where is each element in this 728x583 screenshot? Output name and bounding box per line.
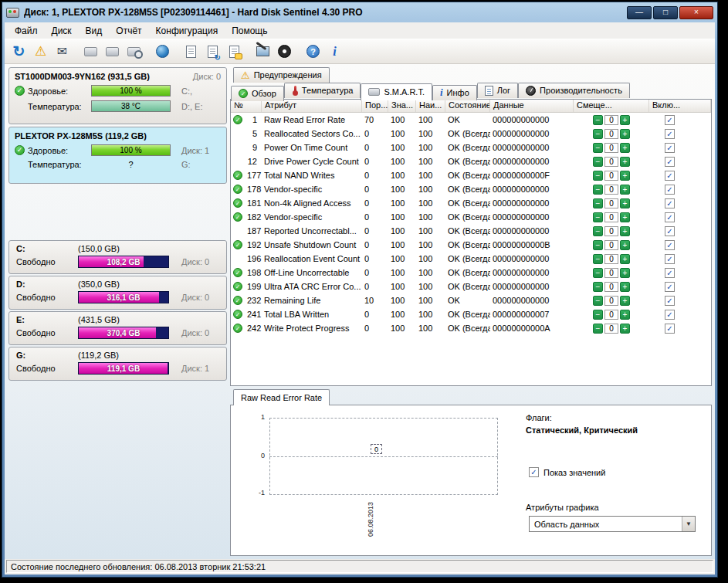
- offset-increase-button[interactable]: +: [620, 157, 630, 167]
- smart-row[interactable]: ✓241Total LBA Written0100100OK (Всегда..…: [231, 307, 711, 321]
- offset-increase-button[interactable]: +: [620, 115, 630, 125]
- offset-decrease-button[interactable]: −: [593, 226, 603, 236]
- tab-temperature[interactable]: Температура: [284, 83, 361, 98]
- dropdown-arrow-icon[interactable]: ▼: [682, 517, 695, 531]
- settings-button[interactable]: [252, 41, 273, 62]
- tab-performance[interactable]: Производительность: [518, 83, 630, 98]
- titlebar[interactable]: Диск: 1, PLEXTOR PX-128M5S [P02309114461…: [2, 2, 717, 22]
- enabled-checkbox[interactable]: ✓: [665, 185, 675, 195]
- smart-row[interactable]: 196Reallocation Event Count0100100OK (Вс…: [231, 252, 711, 266]
- report-send-button[interactable]: [224, 41, 245, 62]
- about-button[interactable]: i: [324, 41, 345, 62]
- menu-item-0[interactable]: Файл: [8, 23, 45, 39]
- tab-warnings[interactable]: ⚠ Предупреждения: [233, 67, 330, 83]
- offset-decrease-button[interactable]: −: [593, 115, 603, 125]
- column-header-4[interactable]: Наи...: [416, 100, 445, 112]
- tab-info[interactable]: iИнфо: [432, 85, 477, 100]
- enabled-checkbox[interactable]: ✓: [665, 171, 675, 181]
- offset-decrease-button[interactable]: −: [593, 296, 603, 306]
- offset-decrease-button[interactable]: −: [593, 129, 603, 139]
- column-header-2[interactable]: Пор...: [362, 100, 388, 112]
- minimize-button[interactable]: —: [627, 6, 652, 19]
- enabled-checkbox[interactable]: ✓: [665, 296, 675, 306]
- offset-decrease-button[interactable]: −: [593, 171, 603, 181]
- column-header-0[interactable]: №: [231, 100, 262, 112]
- offset-increase-button[interactable]: +: [620, 240, 630, 250]
- tab-log[interactable]: Лог: [477, 83, 518, 98]
- smart-row[interactable]: ✓232Remaining Life10100100OK000000000000…: [231, 293, 711, 307]
- smart-row[interactable]: ✓177Total NAND Writes0100100OK (Всегда..…: [231, 168, 711, 182]
- partition-panel-G[interactable]: G:(119,2 GB)Свободно119,1 GBДиск: 1: [8, 347, 227, 381]
- column-header-7[interactable]: Смеще...: [574, 100, 649, 112]
- menu-item-4[interactable]: Конфигурация: [149, 23, 225, 39]
- offset-increase-button[interactable]: +: [620, 254, 630, 264]
- column-header-3[interactable]: Зна...: [388, 100, 416, 112]
- smart-row[interactable]: ✓1Raw Read Error Rate70100100OK000000000…: [231, 113, 711, 127]
- enabled-checkbox[interactable]: ✓: [665, 198, 675, 208]
- offset-increase-button[interactable]: +: [620, 129, 630, 139]
- web-button[interactable]: [152, 41, 173, 62]
- column-header-5[interactable]: Состояние: [445, 100, 490, 112]
- tab-smart[interactable]: S.M.A.R.T.: [361, 83, 432, 100]
- smart-row[interactable]: ✓178Vendor-specific0100100OK (Всегда...0…: [231, 182, 711, 196]
- smart-row[interactable]: ✓182Vendor-specific0100100OK (Всегда...0…: [231, 210, 711, 224]
- close-button[interactable]: ×: [679, 6, 713, 19]
- offset-increase-button[interactable]: +: [620, 268, 630, 278]
- offset-decrease-button[interactable]: −: [593, 212, 603, 222]
- mail-button[interactable]: ✉: [52, 41, 73, 62]
- partition-panel-C[interactable]: C:(150,0 GB)Свободно108,2 GBДиск: 0: [8, 240, 227, 274]
- enabled-checkbox[interactable]: ✓: [665, 282, 675, 292]
- offset-increase-button[interactable]: +: [620, 296, 630, 306]
- enabled-checkbox[interactable]: ✓: [665, 254, 675, 264]
- enabled-checkbox[interactable]: ✓: [665, 115, 675, 125]
- disk-surface-button[interactable]: [102, 41, 123, 62]
- maximize-button[interactable]: □: [653, 6, 678, 19]
- offset-decrease-button[interactable]: −: [593, 254, 603, 264]
- offset-decrease-button[interactable]: −: [593, 268, 603, 278]
- enabled-checkbox[interactable]: ✓: [665, 310, 675, 320]
- enabled-checkbox[interactable]: ✓: [665, 157, 675, 167]
- offset-increase-button[interactable]: +: [620, 143, 630, 153]
- show-values-checkbox[interactable]: ✓: [529, 467, 539, 477]
- disk-search-button[interactable]: [124, 41, 144, 62]
- warning-button[interactable]: ⚠: [30, 41, 51, 62]
- offset-increase-button[interactable]: +: [620, 198, 630, 208]
- offset-increase-button[interactable]: +: [620, 282, 630, 292]
- menu-item-3[interactable]: Отчёт: [109, 23, 148, 39]
- offset-decrease-button[interactable]: −: [593, 310, 603, 320]
- offset-increase-button[interactable]: +: [620, 226, 630, 236]
- enabled-checkbox[interactable]: ✓: [665, 324, 675, 334]
- smart-row[interactable]: 5Reallocated Sectors Co...0100100OK (Все…: [231, 127, 711, 141]
- offset-decrease-button[interactable]: −: [593, 282, 603, 292]
- offset-increase-button[interactable]: +: [620, 212, 630, 222]
- smart-row[interactable]: 9Power On Time Count0100100OK (Всегда...…: [231, 141, 711, 154]
- column-header-1[interactable]: Атрибут: [262, 100, 362, 112]
- menu-item-1[interactable]: Диск: [45, 23, 79, 39]
- enabled-checkbox[interactable]: ✓: [665, 212, 675, 222]
- tab-overview[interactable]: ✓Обзор: [231, 86, 284, 101]
- help-button[interactable]: ?: [303, 41, 323, 62]
- disk-panel-1-selected[interactable]: PLEXTOR PX-128M5S (119,2 GB) ✓ Здоровье:…: [8, 127, 227, 184]
- menu-item-2[interactable]: Вид: [79, 23, 110, 39]
- smart-row[interactable]: ✓192Unsafe Shutdown Count0100100OK (Всег…: [231, 238, 711, 252]
- enabled-checkbox[interactable]: ✓: [665, 240, 675, 250]
- smart-row[interactable]: ✓181Non-4k Aligned Access0100100OK (Всег…: [231, 196, 711, 210]
- graph-attributes-select[interactable]: Область данных ▼: [529, 516, 696, 532]
- partition-panel-D[interactable]: D:(350,0 GB)Свободно316,1 GBДиск: 0: [8, 276, 227, 310]
- offset-increase-button[interactable]: +: [620, 171, 630, 181]
- offset-decrease-button[interactable]: −: [593, 157, 603, 167]
- disk-test-button[interactable]: [80, 41, 101, 62]
- enabled-checkbox[interactable]: ✓: [665, 226, 675, 236]
- offset-decrease-button[interactable]: −: [593, 143, 603, 153]
- smart-row[interactable]: ✓198Off-Line Uncorrectable0100100OK (Все…: [231, 266, 711, 280]
- offset-increase-button[interactable]: +: [620, 185, 630, 195]
- smart-row[interactable]: 12Drive Power Cycle Count0100100OK (Всег…: [231, 154, 711, 168]
- enabled-checkbox[interactable]: ✓: [665, 268, 675, 278]
- offset-decrease-button[interactable]: −: [593, 185, 603, 195]
- offset-decrease-button[interactable]: −: [593, 198, 603, 208]
- enabled-checkbox[interactable]: ✓: [665, 143, 675, 153]
- tab-raw-read-error-rate[interactable]: Raw Read Error Rate: [233, 389, 330, 405]
- disc-button[interactable]: [274, 41, 295, 62]
- offset-increase-button[interactable]: +: [620, 324, 630, 334]
- refresh-button[interactable]: ↻: [8, 41, 29, 62]
